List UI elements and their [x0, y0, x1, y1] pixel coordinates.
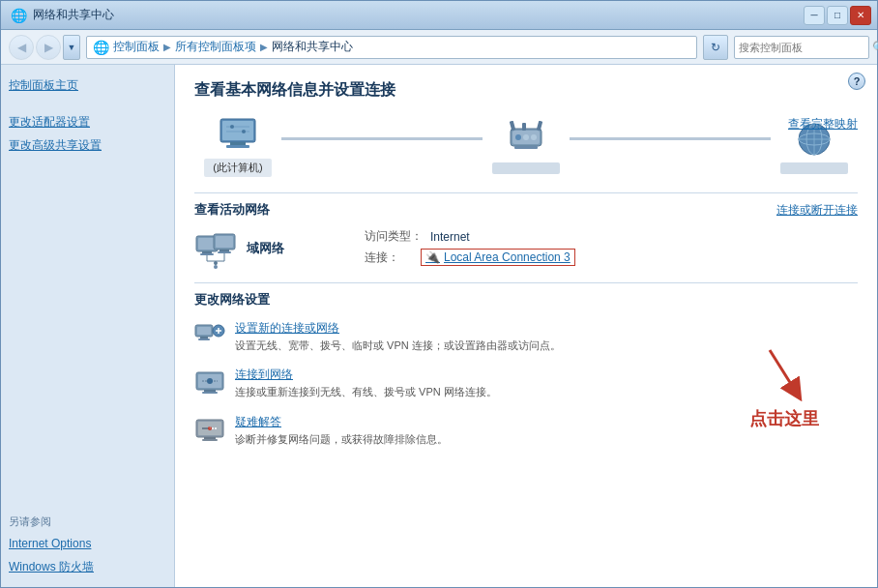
svg-rect-2 [230, 142, 246, 145]
back-button[interactable]: ◀ [9, 35, 34, 60]
breadcrumb-bar: 🌐 控制面板 ▶ 所有控制面板项 ▶ 网络和共享中心 [86, 36, 697, 59]
svg-text:!: ! [210, 426, 211, 430]
sidebar-main-section: 控制面板主页 [9, 76, 166, 94]
change-item-3-desc: 诊断并修复网络问题，或获得故障排除信息。 [235, 432, 858, 447]
domain-network-icon [194, 228, 237, 271]
window-icon: 🌐 [11, 8, 27, 23]
domain-icon-svg [194, 228, 237, 271]
help-icon[interactable]: ? [848, 73, 865, 90]
svg-point-11 [523, 134, 529, 140]
access-type-value: Internet [430, 230, 470, 244]
sidebar: 控制面板主页 更改适配器设置 更改高级共享设置 另请参阅 Internet Op… [1, 65, 175, 587]
connection-icon: 🔌 [425, 250, 440, 264]
forward-button[interactable]: ▶ [36, 35, 61, 60]
svg-rect-45 [204, 390, 216, 392]
troubleshoot-icon: ! [194, 414, 225, 445]
computer-node: (此计算机) [194, 116, 281, 177]
svg-rect-16 [537, 121, 542, 131]
divider-1 [194, 192, 858, 193]
connection-row: 连接： 🔌 Local Area Connection 3 [365, 249, 858, 266]
maximize-button[interactable]: □ [827, 6, 848, 25]
main-layout: 控制面板主页 更改适配器设置 更改高级共享设置 另请参阅 Internet Op… [1, 65, 877, 587]
address-bar: ◀ ▶ ▼ 🌐 控制面板 ▶ 所有控制面板项 ▶ 网络和共享中心 ↻ 🔍 [1, 30, 877, 65]
sidebar-home-link[interactable]: 控制面板主页 [9, 76, 166, 94]
title-bar: 🌐 网络和共享中心 ─ □ ✕ [1, 1, 877, 30]
svg-rect-51 [204, 437, 216, 439]
svg-rect-52 [202, 439, 218, 441]
close-button[interactable]: ✕ [850, 6, 871, 25]
network-line-1 [281, 137, 483, 140]
breadcrumb-part2[interactable]: 所有控制面板项 [175, 39, 256, 55]
svg-rect-46 [202, 392, 218, 394]
content-area: ? 查看基本网络信息并设置连接 [175, 65, 877, 587]
active-network-header: 查看活动网络 连接或断开连接 [194, 201, 858, 219]
svg-rect-25 [200, 253, 214, 255]
breadcrumb-part1[interactable]: 控制面板 [113, 39, 160, 55]
title-bar-left: 🌐 网络和共享中心 [11, 7, 114, 23]
svg-point-12 [531, 134, 537, 140]
window: 🌐 网络和共享中心 ─ □ ✕ ◀ ▶ ▼ 🌐 控制面板 ▶ 所有控制面板项 [0, 0, 878, 588]
breadcrumb-current: 网络和共享中心 [272, 39, 353, 55]
breadcrumb-arrow2: ▶ [260, 42, 268, 52]
computer-icon [215, 116, 261, 155]
down-icon: ▼ [68, 43, 76, 52]
troubleshoot-svg: ! [194, 414, 225, 445]
minimize-button[interactable]: ─ [804, 6, 825, 25]
arrow-annotation: 点击这里 [749, 345, 819, 430]
network-name: 域网络 [247, 240, 349, 257]
svg-rect-15 [510, 121, 515, 131]
router-label [492, 162, 560, 174]
divider-2 [194, 282, 858, 283]
router-node [483, 120, 570, 174]
sidebar-also-title: 另请参阅 [9, 514, 166, 529]
svg-rect-14 [522, 123, 526, 131]
sidebar-links-section: 更改适配器设置 更改高级共享设置 [9, 113, 166, 154]
active-network-title: 查看活动网络 [194, 201, 270, 219]
change-section-title: 更改网络设置 [194, 291, 858, 309]
annotation-label: 点击这里 [749, 407, 819, 430]
window-title: 网络和共享中心 [33, 7, 114, 23]
network-diagram: (此计算机) [194, 116, 858, 177]
down-button[interactable]: ▼ [63, 35, 80, 60]
svg-rect-3 [226, 145, 249, 148]
new-connection-icon [194, 320, 225, 351]
svg-rect-37 [197, 327, 211, 335]
connect-network-icon [194, 367, 225, 397]
router-icon [503, 120, 549, 159]
svg-point-48 [207, 378, 213, 384]
sidebar-link-firewall[interactable]: Windows 防火墙 [9, 558, 166, 575]
breadcrumb-arrow1: ▶ [163, 42, 171, 52]
search-icon: 🔍 [872, 41, 878, 54]
new-connection-svg [194, 320, 225, 351]
connect-disconnect-link[interactable]: 连接或断开连接 [776, 202, 858, 219]
window-icon-small: 🌐 [93, 40, 109, 55]
sidebar-link-adapter[interactable]: 更改适配器设置 [9, 113, 166, 131]
change-item-1-title[interactable]: 设置新的连接或网络 [235, 320, 858, 337]
network-info: 域网络 [247, 240, 349, 259]
sidebar-link-internet-options[interactable]: Internet Options [9, 535, 166, 552]
svg-point-6 [230, 125, 234, 129]
computer-label: (此计算机) [204, 159, 272, 177]
search-input[interactable] [739, 42, 872, 53]
connection-value-link[interactable]: 🔌 Local Area Connection 3 [421, 249, 575, 266]
nav-buttons: ◀ ▶ ▼ [9, 35, 80, 60]
svg-line-58 [770, 350, 796, 392]
svg-point-7 [242, 130, 246, 133]
svg-rect-28 [220, 250, 229, 251]
access-type-row: 访问类型： Internet [365, 228, 858, 245]
router-svg [505, 121, 547, 158]
internet-label [780, 162, 848, 174]
access-type-label: 访问类型： [365, 228, 423, 245]
sidebar-link-sharing[interactable]: 更改高级共享设置 [9, 136, 166, 154]
search-box: 🔍 [734, 36, 869, 59]
view-full-map-link[interactable]: 查看完整映射 [788, 116, 858, 132]
refresh-button[interactable]: ↻ [703, 35, 728, 60]
connection-name: Local Area Connection 3 [444, 250, 571, 264]
svg-point-10 [515, 134, 521, 140]
title-controls: ─ □ ✕ [804, 6, 871, 25]
sidebar-also-section: 另请参阅 Internet Options Windows 防火墙 [9, 511, 166, 575]
refresh-icon: ↻ [711, 41, 720, 54]
computer-svg [217, 117, 259, 154]
network-line-2 [570, 137, 771, 140]
connection-label: 连接： [365, 250, 413, 266]
